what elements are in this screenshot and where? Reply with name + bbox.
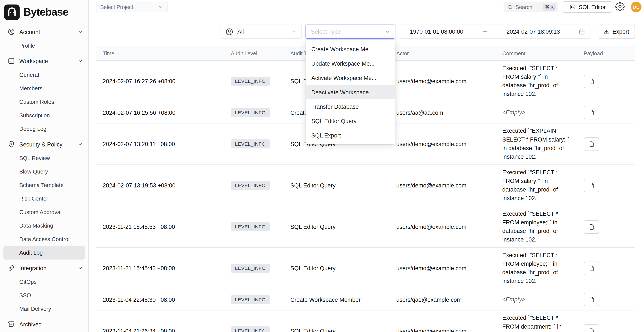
actor-filter-select[interactable]: All (220, 25, 302, 39)
cell-time: 2024-02-07 16:25:56 +08:00 (96, 106, 224, 119)
sidebar-item-custom-approval[interactable]: Custom Approval (3, 205, 85, 219)
payload-button[interactable] (584, 137, 599, 151)
sidebar-section: Integration GitOps SSO Mail Delivery (0, 261, 88, 316)
section-label: Security & Policy (19, 141, 73, 148)
cell-comment: Executed `"SELECT * FROM salary;"` in da… (495, 61, 577, 102)
sidebar-item-subscription[interactable]: Subscription (3, 109, 85, 122)
account-icon (7, 28, 15, 36)
project-select[interactable]: Select Project (96, 2, 168, 12)
cell-time: 2023-11-21 15:45:43 +08:00 (96, 262, 224, 275)
level-badge: LEVEL_INFO (231, 139, 270, 149)
cell-type: SQL Editor Query (283, 262, 389, 275)
cell-time: 2024-02-07 13:19:53 +08:00 (96, 179, 224, 192)
sidebar-nav: Account Profile Workspace G (0, 21, 88, 331)
payload-button[interactable] (584, 106, 599, 119)
sidebar-section-archived[interactable]: Archived (0, 317, 88, 331)
chevron-down-icon (77, 265, 83, 271)
cell-comment: Executed `"SELECT * FROM department;"` i… (495, 310, 577, 332)
cell-payload (576, 134, 634, 154)
search-icon (507, 4, 513, 10)
sidebar-section: Security & Policy SQL Review Slow Query … (0, 137, 88, 260)
menu-item-sql-export[interactable]: SQL Export (306, 128, 395, 142)
sidebar-item-custom-roles[interactable]: Custom Roles (3, 95, 85, 109)
terminal-icon (569, 4, 576, 10)
sidebar-item-risk-center[interactable]: Risk Center (3, 192, 85, 205)
sidebar-item-audit-log[interactable]: Audit Log (3, 246, 85, 260)
payload-button[interactable] (584, 179, 599, 192)
menu-item-create-workspace-member[interactable]: Create Workspace Me... (306, 42, 395, 56)
cell-type: SQL Editor Query (283, 220, 389, 233)
payload-button[interactable] (584, 74, 599, 88)
sidebar-section-workspace[interactable]: Workspace (0, 54, 88, 68)
cell-comment: Executed `"SELECT * FROM salary;"` in da… (495, 165, 577, 206)
type-filter-placeholder: Select Type (311, 28, 341, 35)
sidebar-item-data-access-control[interactable]: Data Access Control (3, 232, 85, 246)
calendar-icon (578, 28, 585, 35)
cell-level: LEVEL_INFO (224, 260, 283, 276)
level-badge: LEVEL_INFO (231, 181, 270, 190)
cell-payload (576, 321, 634, 332)
level-badge: LEVEL_INFO (231, 77, 270, 86)
cell-level: LEVEL_INFO (224, 177, 283, 193)
settings-gear-icon[interactable] (615, 2, 625, 11)
sidebar-item-gitops[interactable]: GitOps (3, 275, 85, 289)
type-filter-menu: Create Workspace Me... Update Workspace … (306, 40, 395, 144)
cell-time: 2024-02-07 16:27:26 +08:00 (96, 75, 224, 88)
payload-button[interactable] (584, 324, 599, 332)
shield-icon (7, 140, 15, 148)
cell-level: LEVEL_INFO (224, 292, 283, 307)
logo[interactable]: Bytebase (0, 0, 88, 21)
arrow-right-icon (482, 28, 488, 35)
sidebar-item-members[interactable]: Members (3, 81, 85, 95)
file-icon (588, 328, 595, 332)
payload-button[interactable] (584, 220, 599, 234)
menu-item-activate-workspace-member[interactable]: Activate Workspace Me... (306, 71, 395, 85)
menu-item-update-workspace-member[interactable]: Update Workspace Me... (306, 56, 395, 71)
sidebar-section-account[interactable]: Account (0, 25, 88, 39)
sql-editor-button[interactable]: SQL Editor (562, 1, 612, 13)
level-badge: LEVEL_INFO (231, 295, 270, 304)
sidebar-item-schema-template[interactable]: Schema Template (3, 178, 85, 192)
cell-actor: users/demo@example.com (390, 179, 495, 192)
menu-item-sql-editor-query[interactable]: SQL Editor Query (306, 114, 395, 128)
sidebar-item-slow-query[interactable]: Slow Query (3, 165, 85, 178)
sidebar-item-sql-review[interactable]: SQL Review (3, 152, 85, 165)
date-range-picker[interactable]: 1970-01-01 08:00:00 2024-02-07 18:09:13 (399, 25, 591, 39)
sidebar-item-general[interactable]: General (3, 68, 85, 81)
col-actor: Actor (390, 50, 495, 56)
sidebar-item-debug-log[interactable]: Debug Log (3, 122, 85, 136)
sidebar-item-sso[interactable]: SSO (3, 289, 85, 302)
export-button[interactable]: Export (598, 25, 635, 39)
bytebase-logo-icon (4, 4, 20, 20)
menu-item-deactivate-workspace-member[interactable]: Deactivate Workspace ... (306, 85, 395, 99)
section-label: Workspace (19, 58, 73, 64)
cell-payload (576, 217, 634, 237)
export-label: Export (612, 28, 629, 35)
type-filter-select[interactable]: Select Type (306, 25, 395, 39)
menu-item-transfer-database[interactable]: Transfer Database (306, 99, 395, 114)
cell-level: LEVEL_INFO (224, 105, 283, 121)
col-comment: Comment (495, 50, 577, 56)
cell-payload (576, 258, 634, 278)
sidebar-item-profile[interactable]: Profile (3, 39, 85, 52)
sidebar-section-security-policy[interactable]: Security & Policy (0, 137, 88, 152)
chevron-down-icon (291, 28, 298, 35)
cell-payload (576, 290, 634, 310)
sidebar-section-integration[interactable]: Integration (0, 261, 88, 275)
actor-filter-value: All (237, 28, 244, 35)
avatar[interactable]: DE (631, 2, 642, 12)
col-time: Time (96, 50, 224, 56)
search-input[interactable]: Search ⌘ K (504, 2, 558, 12)
section-label: Account (19, 28, 73, 35)
cell-comment: <Empty> (495, 105, 577, 120)
cell-actor: users/qa1@example.com (390, 293, 495, 306)
payload-button[interactable] (584, 261, 599, 275)
cell-type: SQL Editor Query (283, 179, 389, 192)
col-audit-level: Audit Level (224, 50, 283, 56)
sidebar-item-mail-delivery[interactable]: Mail Delivery (3, 302, 85, 316)
sidebar-item-data-masking[interactable]: Data Masking (3, 219, 85, 232)
cell-comment: Executed `"EXPLAIN SELECT * FROM salary;… (495, 124, 577, 165)
payload-button[interactable] (584, 293, 599, 306)
section-label: Archived (19, 321, 83, 328)
cell-actor: users/aa@aa.com (390, 106, 495, 119)
